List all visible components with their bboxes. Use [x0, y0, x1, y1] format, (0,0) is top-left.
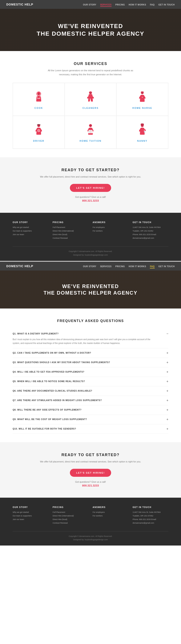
- brand-2: DOMESTIC HELP: [6, 264, 33, 268]
- footer2-story-link-3[interactable]: Join our team: [13, 518, 48, 521]
- faq-header-9[interactable]: Q9. WHAT WILL BE THE COST OF WEIGHT LOSS…: [13, 418, 168, 421]
- nav2-faq[interactable]: FAQ: [150, 265, 155, 268]
- service-nanny[interactable]: NANNY: [116, 116, 168, 149]
- cta-button-1[interactable]: LET'S GET HIRING!: [70, 184, 111, 192]
- cta-phone-text-2: Got questions? Give us a call! 800.321.3…: [13, 480, 168, 487]
- faq-toggle-2[interactable]: +: [167, 351, 168, 355]
- footer2-address: 11407 SW Amu St. Suite #N7904Tualatin, O…: [133, 510, 168, 518]
- faq-item-9[interactable]: Q9. WHAT WILL BE THE COST OF WEIGHT LOSS…: [13, 415, 168, 424]
- faq-header-7[interactable]: Q7. ARE THERE ANY STIMULANTS ADDED IN WE…: [13, 399, 168, 402]
- faq-toggle-3[interactable]: +: [167, 361, 168, 364]
- service-hometuition[interactable]: HOME TUITION: [65, 116, 116, 149]
- service-driver[interactable]: DRIVER: [13, 116, 65, 149]
- nav2-our-story[interactable]: OUR STORY: [83, 265, 96, 268]
- footer2-answers-link-1[interactable]: For employers: [93, 510, 128, 514]
- service-homenurse[interactable]: HOME NURSE: [116, 83, 168, 116]
- svg-rect-14: [142, 91, 142, 92]
- cta-phone-1[interactable]: 800.321.3233: [13, 199, 168, 202]
- faq-header-4[interactable]: Q4. WILL I BE ABLE TO GET FDA APPROVED S…: [13, 370, 168, 374]
- footer-story-link-3[interactable]: Join our team: [13, 233, 48, 236]
- cleaners-label: CLEANERS: [82, 107, 99, 109]
- faq-toggle-4[interactable]: +: [167, 370, 168, 374]
- footer-pricing-link-4[interactable]: Contract Renewal: [53, 236, 88, 240]
- service-cleaners[interactable]: CLEANERS: [65, 83, 116, 116]
- footer2-pricing-link-1[interactable]: Full Placement: [53, 510, 88, 514]
- nav-links-2: OUR STORY SERVICES PRICING HOW IT WORKS …: [83, 264, 175, 268]
- svg-point-26: [89, 124, 92, 127]
- faq-toggle-1[interactable]: −: [167, 332, 168, 336]
- cta-phone-2[interactable]: 800.321.3233: [13, 484, 168, 487]
- homenurse-label: HOME NURSE: [132, 107, 152, 109]
- faq-item-4[interactable]: Q4. WILL I BE ABLE TO GET FDA APPROVED S…: [13, 367, 168, 377]
- hero-section: WE'VE REINVENTED THE DOMESTIC HELPER AGE…: [0, 9, 181, 51]
- hometuition-icon: [83, 122, 98, 137]
- footer-col-answers: ANSWERS For employers For workers: [93, 221, 128, 240]
- faq-header-1[interactable]: Q1. WHAT IS A DIETARY SUPPLEMENT? −: [13, 332, 168, 336]
- footer-pricing-link-2[interactable]: Direct Hire (International): [53, 229, 88, 233]
- nav-get-in-touch[interactable]: GET IN TOUCH: [159, 4, 175, 6]
- footer2-story-heading: OUR STORY: [13, 506, 48, 508]
- footer-answers-link-1[interactable]: For employers: [93, 226, 128, 229]
- nav-how-it-works[interactable]: HOW IT WORKS: [129, 4, 146, 6]
- faq-header-3[interactable]: Q3. WHAT QUESTIONS SHOULD I ASK MY DOCTO…: [13, 361, 168, 364]
- faq-toggle-9[interactable]: +: [167, 418, 168, 421]
- faq-toggle-7[interactable]: +: [167, 399, 168, 402]
- homenurse-icon: [135, 90, 150, 104]
- nav2-services[interactable]: SERVICES: [100, 265, 112, 268]
- service-cook[interactable]: COOK: [13, 83, 65, 116]
- footer-story-link-2[interactable]: Our team & supporters: [13, 229, 48, 233]
- faq-toggle-5[interactable]: +: [167, 380, 168, 383]
- faq-item-8[interactable]: Q8. WILL THERE BE ANY SIDE EFFECTS OF SU…: [13, 405, 168, 415]
- faq-toggle-10[interactable]: +: [167, 427, 168, 430]
- driver-label: DRIVER: [33, 140, 44, 142]
- faq-item-10[interactable]: Q10. WILL IT BE SUITABLE FOR BOTH THE GE…: [13, 424, 168, 434]
- footer2-pricing-link-3[interactable]: Direct Hire (local): [53, 518, 88, 521]
- footer2-col-story: OUR STORY Why we got started Our team & …: [13, 506, 48, 525]
- faq-header-8[interactable]: Q8. WILL THERE BE ANY SIDE EFFECTS OF SU…: [13, 408, 168, 412]
- footer-story-link-1[interactable]: Why we got started: [13, 226, 48, 229]
- footer2-pricing-link-2[interactable]: Direct Hire (International): [53, 514, 88, 518]
- footer-answers-link-2[interactable]: For workers: [93, 229, 128, 233]
- footer-col-story: OUR STORY Why we got started Our team & …: [13, 221, 48, 240]
- footer-col-contact: GET IN TOUCH 11407 SW Amu St. Suite #N79…: [133, 221, 168, 240]
- faq-header-2[interactable]: Q2. CAN I TAKE SUPPLEMENTS ON MY OWN, WI…: [13, 351, 168, 355]
- footer-copyright-2: Copyright © domainname.com. All Rights R…: [13, 534, 168, 538]
- svg-rect-19: [37, 124, 41, 125]
- faq-header-10[interactable]: Q10. WILL IT BE SUITABLE FOR BOTH THE GE…: [13, 427, 168, 430]
- footer2-contact-heading: GET IN TOUCH: [133, 506, 168, 508]
- nav2-how-it-works[interactable]: HOW IT WORKS: [129, 265, 146, 268]
- faq-item-3[interactable]: Q3. WHAT QUESTIONS SHOULD I ASK MY DOCTO…: [13, 358, 168, 367]
- nav-pricing[interactable]: PRICING: [115, 4, 125, 6]
- footer2-story-link-1[interactable]: Why we got started: [13, 510, 48, 514]
- footer2-pricing-link-4[interactable]: Contract Renewal: [53, 521, 88, 525]
- nav-faq[interactable]: FAQ: [150, 4, 155, 6]
- footer2-story-link-2[interactable]: Our team & supporters: [13, 514, 48, 518]
- faq-item-7[interactable]: Q7. ARE THERE ANY STIMULANTS ADDED IN WE…: [13, 396, 168, 405]
- nav2-pricing[interactable]: PRICING: [115, 265, 125, 268]
- faq-item-1[interactable]: Q1. WHAT IS A DIETARY SUPPLEMENT? − But …: [13, 329, 168, 348]
- footer2-answers-link-2[interactable]: For workers: [93, 514, 128, 518]
- svg-rect-16: [142, 97, 143, 98]
- nanny-icon: [135, 122, 150, 137]
- faq-question-4: Q4. WILL I BE ABLE TO GET FDA APPROVED S…: [13, 371, 84, 373]
- nav-services[interactable]: SERVICES: [100, 4, 112, 7]
- footer-bottom-2: Copyright © domainname.com. All Rights R…: [13, 531, 168, 541]
- faq-header-5[interactable]: Q5. WHEN WILL I BE ABLE TO NOTICE SOME R…: [13, 380, 168, 383]
- faq-toggle-6[interactable]: +: [167, 389, 168, 393]
- cta-button-2[interactable]: LET'S GET HIRING!: [70, 469, 111, 477]
- nav-our-story[interactable]: OUR STORY: [83, 4, 96, 6]
- footer-pricing-link-1[interactable]: Full Placement: [53, 226, 88, 229]
- footer-phone: Phone: 800.321.3233 Email:: [133, 233, 168, 236]
- faq-question-6: Q6. ARE THERE ANY DOCUMENTED CLINICAL ST…: [13, 390, 92, 392]
- faq-toggle-8[interactable]: +: [167, 408, 168, 412]
- faq-item-6[interactable]: Q6. ARE THERE ANY DOCUMENTED CLINICAL ST…: [13, 386, 168, 396]
- footer-pricing-link-3[interactable]: Direct Hire (local): [53, 233, 88, 236]
- faq-header-6[interactable]: Q6. ARE THERE ANY DOCUMENTED CLINICAL ST…: [13, 389, 168, 393]
- navbar: DOMESTIC HELP OUR STORY SERVICES PRICING…: [0, 0, 181, 9]
- nav2-get-in-touch[interactable]: GET IN TOUCH: [159, 265, 175, 268]
- faq-item-5[interactable]: Q5. WHEN WILL I BE ABLE TO NOTICE SOME R…: [13, 377, 168, 386]
- cta-description-2: We offer full placement, direct hire and…: [13, 460, 168, 464]
- faq-item-2[interactable]: Q2. CAN I TAKE SUPPLEMENTS ON MY OWN, WI…: [13, 348, 168, 358]
- cleaners-icon: [83, 90, 98, 104]
- cta-description-1: We offer full placement, direct hire and…: [13, 175, 168, 179]
